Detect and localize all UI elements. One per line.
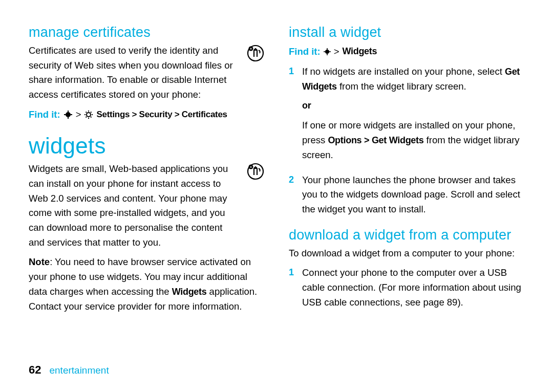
heading-widgets: widgets (29, 133, 264, 159)
download-steps: 1 Connect your phone to the computer ove… (289, 266, 524, 315)
widgets-icon: + (247, 163, 264, 180)
download-step-1: 1 Connect your phone to the computer ove… (289, 266, 524, 315)
right-column: install a widget Find it: > Widgets 1 (289, 25, 524, 359)
find-it-certificates: Find it: > (29, 107, 264, 122)
svg-text:+: + (250, 165, 252, 169)
install-steps: 1 If no widgets are installed on your ph… (289, 64, 524, 222)
find-it-label: Find it: (29, 107, 60, 122)
download-step-1-body: Connect your phone to the computer over … (302, 266, 524, 315)
page-number: 62 (29, 363, 41, 377)
step1-c: from the widget library screen. (337, 81, 466, 92)
install-step-2: 2 Your phone launches the phone browser … (289, 173, 524, 222)
download-step1-text: Connect your phone to the computer over … (302, 266, 524, 310)
svg-text:+: + (250, 47, 252, 51)
svg-point-8 (325, 50, 329, 54)
download-step-number-1: 1 (289, 266, 295, 315)
find-it-path: Settings > Security > Certificates (96, 108, 227, 121)
heading-download-widget: download a widget from a computer (289, 227, 524, 243)
certificate-icon: + (247, 45, 264, 62)
section-label: entertainment (49, 365, 109, 376)
svg-point-4 (87, 113, 91, 117)
find-it-widgets: Find it: > Widgets (289, 45, 524, 59)
menu-icon-small (324, 48, 331, 55)
page: manage certificates Certificates are use… (0, 0, 553, 392)
manage-certificates-block: Certificates are used to verify the iden… (29, 43, 264, 102)
menu-icon (63, 110, 73, 119)
find-it-label-2: Find it: (289, 45, 321, 59)
or-label: or (302, 99, 524, 113)
step1-options-get-widgets: Options > Get Widgets (328, 135, 423, 145)
columns: manage certificates Certificates are use… (29, 25, 524, 359)
heading-manage-certificates: manage certificates (29, 25, 264, 40)
download-intro: To download a widget from a computer to … (289, 246, 524, 261)
widgets-block: Widgets are small, Web-based application… (29, 162, 264, 250)
step-1-body: If no widgets are installed on your phon… (302, 64, 524, 168)
step2-text: Your phone launches the phone browser an… (302, 173, 524, 217)
find-it-dest: Widgets (342, 45, 377, 59)
step1-a: If no widgets are installed on your phon… (302, 66, 505, 77)
heading-install-widget: install a widget (289, 25, 524, 40)
note-widgets-bold: Widgets (172, 287, 207, 297)
manage-certificates-text: Certificates are used to verify the iden… (29, 43, 240, 102)
step-number-2: 2 (289, 173, 295, 222)
svg-point-3 (66, 112, 71, 117)
note-prefix: Note (29, 256, 50, 267)
gt-2: > (334, 45, 339, 59)
settings-icon (84, 110, 93, 119)
footer: 62 entertainment (29, 363, 524, 377)
gt-1: > (76, 107, 81, 122)
left-column: manage certificates Certificates are use… (29, 25, 264, 359)
install-step-1: 1 If no widgets are installed on your ph… (289, 64, 524, 168)
step-number-1: 1 (289, 64, 295, 168)
step-2-body: Your phone launches the phone browser an… (302, 173, 524, 222)
widgets-text: Widgets are small, Web-based application… (29, 162, 240, 250)
widgets-note: Note: You need to have browser service a… (29, 255, 264, 314)
